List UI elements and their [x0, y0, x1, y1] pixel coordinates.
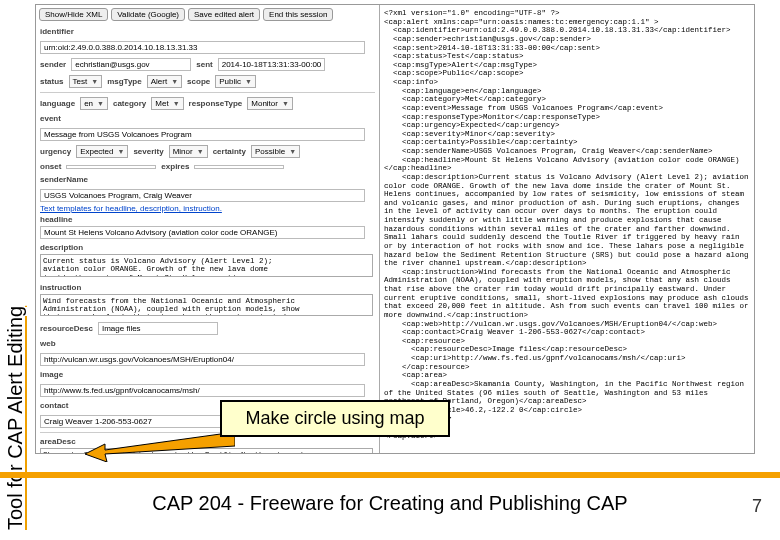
event-field[interactable]: Message from USGS Volcanoes Program: [40, 128, 365, 141]
sendername-field[interactable]: USGS Volcanoes Program, Craig Weaver: [40, 189, 365, 202]
scope-select[interactable]: Public▼: [215, 75, 256, 88]
end-session-button[interactable]: End this session: [263, 8, 333, 21]
identifier-label: identifier: [40, 27, 74, 36]
instruction-field[interactable]: [40, 294, 373, 317]
web-field[interactable]: http://vulcan.wr.usgs.gov/Volcanoes/MSH/…: [40, 353, 365, 366]
sender-field[interactable]: echristian@usgs.gov: [71, 58, 191, 71]
sent-label: sent: [196, 60, 212, 69]
msgtype-label: msgType: [107, 77, 142, 86]
headline-label: headline: [36, 213, 379, 224]
save-button[interactable]: Save edited alert: [188, 8, 260, 21]
xml-panel: <?xml version="1.0" encoding="UTF-8" ?> …: [380, 5, 754, 453]
language-select[interactable]: en▼: [80, 97, 108, 110]
identifier-field[interactable]: urn:oid:2.49.0.0.388.0.2014.10.18.13.31.…: [40, 41, 365, 54]
slide-footer: CAP 204 - Freeware for Creating and Publ…: [0, 492, 780, 515]
chevron-down-icon: ▼: [91, 78, 98, 85]
description-label: description: [36, 241, 379, 252]
side-title: Tool for CAP Alert Editing: [4, 210, 32, 530]
category-select[interactable]: Met▼: [151, 97, 183, 110]
validate-button[interactable]: Validate (Google): [111, 8, 185, 21]
chevron-down-icon: ▼: [173, 100, 180, 107]
expires-field[interactable]: [194, 165, 284, 169]
chevron-down-icon: ▼: [245, 78, 252, 85]
certainty-select[interactable]: Possible▼: [251, 145, 300, 158]
scope-label: scope: [187, 77, 210, 86]
instruction-label: instruction: [36, 281, 379, 292]
responsetype-select[interactable]: Monitor▼: [247, 97, 293, 110]
headline-field[interactable]: Mount St Helens Volcano Advisory (aviati…: [40, 226, 365, 239]
web-label: web: [40, 339, 56, 348]
certainty-label: certainty: [213, 147, 246, 156]
chevron-down-icon: ▼: [289, 148, 296, 155]
onset-field[interactable]: [66, 165, 156, 169]
responsetype-label: responseType: [189, 99, 243, 108]
status-select[interactable]: Test▼: [69, 75, 103, 88]
chevron-down-icon: ▼: [97, 100, 104, 107]
urgency-label: urgency: [40, 147, 71, 156]
sent-field[interactable]: 2014-10-18T13:31:33-00:00: [218, 58, 326, 71]
chevron-down-icon: ▼: [117, 148, 124, 155]
chevron-down-icon: ▼: [197, 148, 204, 155]
page-number: 7: [752, 496, 762, 517]
resourcedesc-field[interactable]: Image files: [98, 322, 218, 335]
category-label: category: [113, 99, 146, 108]
sendername-label: senderName: [40, 175, 88, 184]
image-field[interactable]: http://www.fs.fed.us/gpnf/volcanocams/ms…: [40, 384, 365, 397]
show-hide-xml-button[interactable]: Show/Hide XML: [39, 8, 108, 21]
chevron-down-icon: ▼: [171, 78, 178, 85]
resourcedesc-label: resourceDesc: [40, 324, 93, 333]
severity-label: severity: [133, 147, 163, 156]
description-field[interactable]: [40, 254, 373, 277]
chevron-down-icon: ▼: [282, 100, 289, 107]
form-panel: Show/Hide XML Validate (Google) Save edi…: [36, 5, 380, 453]
event-label: event: [40, 114, 61, 123]
contact-label: contact: [40, 401, 68, 410]
msgtype-select[interactable]: Alert▼: [147, 75, 182, 88]
image-label: image: [40, 370, 63, 379]
urgency-select[interactable]: Expected▼: [76, 145, 128, 158]
language-label: language: [40, 99, 75, 108]
toolbar: Show/Hide XML Validate (Google) Save edi…: [36, 5, 379, 25]
status-label: status: [40, 77, 64, 86]
onset-label: onset: [40, 162, 61, 171]
severity-select[interactable]: Minor▼: [169, 145, 208, 158]
sender-label: sender: [40, 60, 66, 69]
callout-box: Make circle using map: [220, 400, 450, 437]
svg-marker-0: [85, 432, 235, 462]
templates-link[interactable]: Text templates for headline, description…: [36, 204, 226, 213]
divider-rule: [0, 472, 780, 478]
app-screenshot: Show/Hide XML Validate (Google) Save edi…: [35, 4, 755, 454]
expires-label: expires: [161, 162, 189, 171]
callout-arrow: [85, 432, 235, 462]
